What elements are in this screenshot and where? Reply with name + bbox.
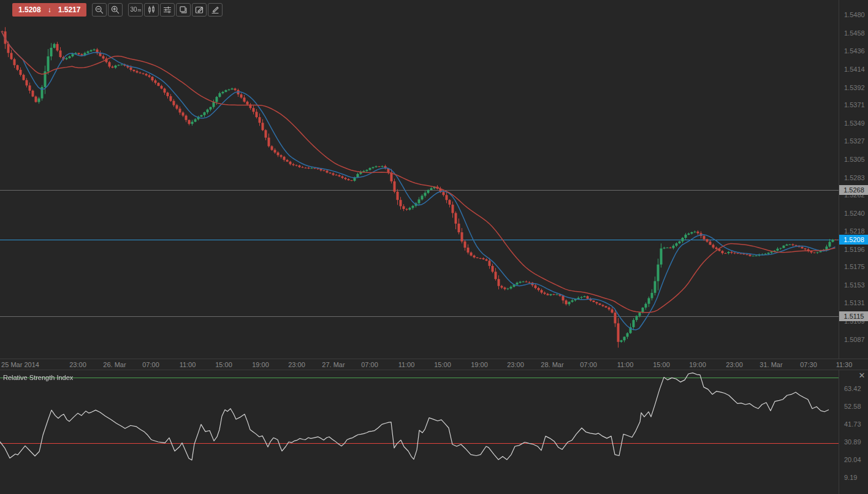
zoom-in-button[interactable] bbox=[108, 3, 123, 17]
price-tick-label: 1.5392 bbox=[844, 84, 865, 91]
time-tick-label: 25 Mar 2014 bbox=[1, 361, 39, 368]
rsi-tick-label: 9.19 bbox=[844, 474, 857, 481]
time-tick-label: 26. Mar bbox=[103, 361, 126, 368]
time-tick-label: 28. Mar bbox=[541, 361, 563, 368]
rsi-tick-label: 52.58 bbox=[844, 403, 861, 410]
bid-ask-badge[interactable]: 1.5208 ↓ 1.5217 bbox=[12, 3, 86, 17]
trading-chart-window: 1.5208 ↓ 1.5217 30m bbox=[0, 0, 868, 494]
price-tick-label: 1.5218 bbox=[844, 227, 865, 235]
price-tick-label: 1.5283 bbox=[844, 174, 865, 181]
price-tick-label: 1.5087 bbox=[844, 336, 865, 343]
timeframe-value: 30 bbox=[130, 7, 137, 13]
rsi-tick-label: 30.89 bbox=[844, 438, 861, 446]
level-price-badge: 1.5268 bbox=[839, 185, 868, 195]
time-tick-label: 07:00 bbox=[142, 361, 159, 368]
bid-price: 1.5208 bbox=[18, 6, 41, 14]
price-tick-label: 1.5327 bbox=[844, 137, 865, 145]
note-pencil-icon bbox=[194, 5, 204, 15]
rsi-tick-label: 41.73 bbox=[844, 420, 861, 428]
time-tick-label: 27. Mar bbox=[322, 361, 345, 368]
time-tick-label: 07:00 bbox=[361, 361, 378, 368]
price-tick-label: 1.5349 bbox=[844, 120, 865, 127]
marker-pen-icon bbox=[210, 5, 220, 15]
price-direction-down-icon: ↓ bbox=[48, 6, 51, 14]
timeframe-button[interactable]: 30m bbox=[128, 3, 143, 17]
time-tick-label: 11:00 bbox=[398, 361, 415, 368]
edit-chart-button[interactable] bbox=[192, 3, 207, 17]
time-tick-label: 23:00 bbox=[69, 361, 86, 368]
zoom-out-button[interactable] bbox=[92, 3, 107, 17]
price-tick-label: 1.5371 bbox=[844, 101, 865, 108]
indicator-settings-button[interactable] bbox=[160, 3, 175, 17]
rsi-tick-label: 20.04 bbox=[844, 456, 861, 463]
level-price-badge: 1.5115 bbox=[839, 311, 868, 321]
time-tick-label: 15:00 bbox=[215, 361, 232, 368]
price-axis[interactable]: 1.54801.54581.54361.54141.53921.53711.53… bbox=[839, 0, 868, 494]
time-tick-label: 15:00 bbox=[434, 361, 451, 368]
time-tick-label: 11:30 bbox=[836, 361, 853, 368]
rsi-tick-label: 63.42 bbox=[844, 385, 861, 392]
candlestick-chart-icon bbox=[147, 5, 156, 15]
time-tick-label: 19:00 bbox=[471, 361, 488, 368]
time-tick-label: 23:00 bbox=[507, 361, 524, 368]
time-tick-label: 23:00 bbox=[726, 361, 743, 368]
time-tick-label: 19:00 bbox=[689, 361, 706, 368]
price-tick-label: 1.5458 bbox=[844, 29, 865, 37]
time-tick-label: 19:00 bbox=[252, 361, 269, 368]
time-axis[interactable]: 25 Mar 201423:0026. Mar07:0011:0015:0019… bbox=[0, 359, 868, 370]
time-tick-label: 11:00 bbox=[180, 361, 196, 368]
price-tick-label: 1.5131 bbox=[844, 299, 865, 306]
compare-charts-button[interactable] bbox=[176, 3, 191, 17]
draw-tool-button[interactable] bbox=[208, 3, 223, 17]
overlapping-pages-icon bbox=[178, 5, 188, 15]
rsi-title: Relative Strength Index bbox=[3, 374, 73, 381]
time-tick-label: 11:00 bbox=[617, 361, 634, 368]
sliders-icon bbox=[162, 5, 172, 15]
price-tick-label: 1.5414 bbox=[844, 66, 865, 73]
price-tick-label: 1.5153 bbox=[844, 281, 865, 289]
time-tick-label: 23:00 bbox=[288, 361, 305, 368]
price-chart-canvas[interactable] bbox=[0, 0, 839, 359]
time-tick-label: 07:30 bbox=[800, 361, 817, 368]
price-tick-label: 1.5436 bbox=[844, 47, 865, 55]
magnifier-minus-icon bbox=[94, 5, 104, 15]
rsi-chart-canvas[interactable] bbox=[0, 370, 839, 494]
price-tick-label: 1.5175 bbox=[844, 263, 865, 270]
chart-type-button[interactable] bbox=[144, 3, 159, 17]
chart-toolbar: 1.5208 ↓ 1.5217 30m bbox=[12, 3, 223, 17]
price-tick-label: 1.5305 bbox=[844, 156, 865, 163]
last-price-badge: 1.5208 bbox=[839, 235, 868, 245]
time-tick-label: 07:00 bbox=[580, 361, 597, 368]
rsi-close-button[interactable]: ✕ bbox=[857, 371, 867, 381]
time-tick-label: 31. Mar bbox=[760, 361, 782, 368]
time-tick-label: 15:00 bbox=[653, 361, 670, 368]
price-tick-label: 1.5196 bbox=[844, 246, 865, 253]
ask-price: 1.5217 bbox=[58, 6, 81, 14]
price-tick-label: 1.5240 bbox=[844, 210, 865, 217]
magnifier-plus-icon bbox=[110, 5, 120, 15]
price-tick-label: 1.5480 bbox=[844, 11, 865, 18]
timeframe-unit: m bbox=[138, 8, 142, 12]
